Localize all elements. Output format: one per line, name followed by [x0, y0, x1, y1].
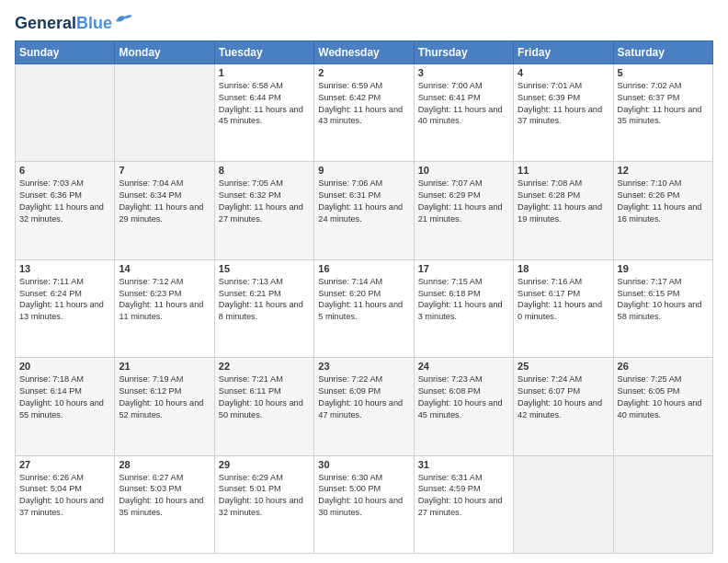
day-info: Sunrise: 6:29 AM Sunset: 5:01 PM Dayligh… [219, 472, 310, 520]
day-info: Sunrise: 7:14 AM Sunset: 6:20 PM Dayligh… [318, 276, 409, 324]
day-number: 21 [119, 361, 210, 372]
day-info: Sunrise: 7:02 AM Sunset: 6:37 PM Dayligh… [618, 80, 709, 128]
day-info: Sunrise: 6:30 AM Sunset: 5:00 PM Dayligh… [318, 472, 409, 520]
calendar-table: SundayMondayTuesdayWednesdayThursdayFrid… [15, 40, 713, 554]
page-header: GeneralBlue [15, 15, 713, 33]
calendar-cell: 15Sunrise: 7:13 AM Sunset: 6:21 PM Dayli… [214, 259, 313, 357]
day-info: Sunrise: 7:23 AM Sunset: 6:08 PM Dayligh… [418, 373, 509, 421]
calendar-day-header: Saturday [613, 40, 712, 63]
day-info: Sunrise: 6:31 AM Sunset: 4:59 PM Dayligh… [418, 472, 509, 520]
day-info: Sunrise: 7:05 AM Sunset: 6:32 PM Dayligh… [219, 178, 310, 225]
day-number: 7 [119, 165, 210, 176]
calendar-week-row: 1Sunrise: 6:58 AM Sunset: 6:44 PM Daylig… [16, 63, 713, 161]
day-number: 13 [19, 263, 110, 274]
calendar-cell: 31Sunrise: 6:31 AM Sunset: 4:59 PM Dayli… [414, 455, 513, 553]
day-info: Sunrise: 7:06 AM Sunset: 6:31 PM Dayligh… [318, 178, 409, 225]
calendar-cell: 7Sunrise: 7:04 AM Sunset: 6:34 PM Daylig… [115, 162, 214, 259]
day-number: 11 [518, 165, 609, 176]
calendar-cell: 26Sunrise: 7:25 AM Sunset: 6:05 PM Dayli… [613, 358, 712, 455]
day-info: Sunrise: 7:08 AM Sunset: 6:28 PM Dayligh… [518, 178, 609, 225]
day-info: Sunrise: 7:19 AM Sunset: 6:12 PM Dayligh… [119, 373, 210, 421]
day-number: 17 [418, 263, 509, 274]
calendar-cell: 12Sunrise: 7:10 AM Sunset: 6:26 PM Dayli… [613, 162, 712, 259]
day-info: Sunrise: 7:10 AM Sunset: 6:26 PM Dayligh… [618, 178, 709, 225]
calendar-cell: 24Sunrise: 7:23 AM Sunset: 6:08 PM Dayli… [414, 358, 513, 455]
day-number: 31 [418, 459, 509, 470]
calendar-day-header: Thursday [414, 40, 513, 63]
calendar-cell: 16Sunrise: 7:14 AM Sunset: 6:20 PM Dayli… [314, 259, 414, 357]
calendar-cell [115, 63, 214, 161]
day-info: Sunrise: 7:16 AM Sunset: 6:17 PM Dayligh… [518, 276, 609, 324]
calendar-cell: 17Sunrise: 7:15 AM Sunset: 6:18 PM Dayli… [414, 259, 513, 357]
day-info: Sunrise: 7:24 AM Sunset: 6:07 PM Dayligh… [518, 373, 609, 421]
calendar-cell: 29Sunrise: 6:29 AM Sunset: 5:01 PM Dayli… [214, 455, 313, 553]
logo: GeneralBlue [15, 15, 134, 33]
calendar-cell: 1Sunrise: 6:58 AM Sunset: 6:44 PM Daylig… [214, 63, 313, 161]
day-number: 5 [618, 67, 709, 78]
day-number: 28 [119, 459, 210, 470]
day-number: 12 [618, 165, 709, 176]
calendar-cell: 5Sunrise: 7:02 AM Sunset: 6:37 PM Daylig… [613, 63, 712, 161]
day-info: Sunrise: 7:00 AM Sunset: 6:41 PM Dayligh… [418, 80, 509, 128]
day-info: Sunrise: 7:11 AM Sunset: 6:24 PM Dayligh… [19, 276, 110, 324]
day-number: 23 [318, 361, 409, 372]
day-info: Sunrise: 7:07 AM Sunset: 6:29 PM Dayligh… [418, 178, 509, 225]
day-number: 18 [518, 263, 609, 274]
day-number: 29 [219, 459, 310, 470]
day-info: Sunrise: 7:12 AM Sunset: 6:23 PM Dayligh… [119, 276, 210, 324]
day-info: Sunrise: 7:15 AM Sunset: 6:18 PM Dayligh… [418, 276, 509, 324]
day-info: Sunrise: 7:22 AM Sunset: 6:09 PM Dayligh… [318, 373, 409, 421]
day-number: 9 [318, 165, 409, 176]
day-info: Sunrise: 7:21 AM Sunset: 6:11 PM Dayligh… [219, 373, 310, 421]
day-info: Sunrise: 7:18 AM Sunset: 6:14 PM Dayligh… [19, 373, 110, 421]
calendar-cell: 4Sunrise: 7:01 AM Sunset: 6:39 PM Daylig… [514, 63, 613, 161]
day-number: 19 [618, 263, 709, 274]
day-number: 15 [219, 263, 310, 274]
calendar-cell: 11Sunrise: 7:08 AM Sunset: 6:28 PM Dayli… [514, 162, 613, 259]
day-info: Sunrise: 7:17 AM Sunset: 6:15 PM Dayligh… [618, 276, 709, 324]
calendar-cell: 6Sunrise: 7:03 AM Sunset: 6:36 PM Daylig… [16, 162, 115, 259]
day-number: 6 [19, 165, 110, 176]
calendar-cell: 8Sunrise: 7:05 AM Sunset: 6:32 PM Daylig… [214, 162, 313, 259]
day-number: 2 [318, 67, 409, 78]
calendar-cell: 10Sunrise: 7:07 AM Sunset: 6:29 PM Dayli… [414, 162, 513, 259]
calendar-cell: 14Sunrise: 7:12 AM Sunset: 6:23 PM Dayli… [115, 259, 214, 357]
calendar-cell: 21Sunrise: 7:19 AM Sunset: 6:12 PM Dayli… [115, 358, 214, 455]
calendar-cell: 20Sunrise: 7:18 AM Sunset: 6:14 PM Dayli… [16, 358, 115, 455]
day-number: 20 [19, 361, 110, 372]
calendar-header-row: SundayMondayTuesdayWednesdayThursdayFrid… [16, 40, 713, 63]
calendar-cell: 27Sunrise: 6:26 AM Sunset: 5:04 PM Dayli… [16, 455, 115, 553]
day-info: Sunrise: 7:01 AM Sunset: 6:39 PM Dayligh… [518, 80, 609, 128]
calendar-day-header: Wednesday [314, 40, 414, 63]
calendar-cell: 22Sunrise: 7:21 AM Sunset: 6:11 PM Dayli… [214, 358, 313, 455]
day-number: 24 [418, 361, 509, 372]
calendar-day-header: Tuesday [214, 40, 313, 63]
calendar-cell: 28Sunrise: 6:27 AM Sunset: 5:03 PM Dayli… [115, 455, 214, 553]
day-number: 16 [318, 263, 409, 274]
day-number: 25 [518, 361, 609, 372]
calendar-week-row: 13Sunrise: 7:11 AM Sunset: 6:24 PM Dayli… [16, 259, 713, 357]
day-info: Sunrise: 7:04 AM Sunset: 6:34 PM Dayligh… [119, 178, 210, 225]
calendar-week-row: 20Sunrise: 7:18 AM Sunset: 6:14 PM Dayli… [16, 358, 713, 455]
calendar-day-header: Sunday [16, 40, 115, 63]
day-info: Sunrise: 7:03 AM Sunset: 6:36 PM Dayligh… [19, 178, 110, 225]
calendar-cell [514, 455, 613, 553]
day-info: Sunrise: 6:58 AM Sunset: 6:44 PM Dayligh… [219, 80, 310, 128]
calendar-cell: 19Sunrise: 7:17 AM Sunset: 6:15 PM Dayli… [613, 259, 712, 357]
day-number: 4 [518, 67, 609, 78]
day-info: Sunrise: 6:59 AM Sunset: 6:42 PM Dayligh… [318, 80, 409, 128]
calendar-cell: 18Sunrise: 7:16 AM Sunset: 6:17 PM Dayli… [514, 259, 613, 357]
day-number: 30 [318, 459, 409, 470]
calendar-cell: 30Sunrise: 6:30 AM Sunset: 5:00 PM Dayli… [314, 455, 414, 553]
logo-text: GeneralBlue [15, 15, 112, 33]
day-number: 8 [219, 165, 310, 176]
calendar-cell: 13Sunrise: 7:11 AM Sunset: 6:24 PM Dayli… [16, 259, 115, 357]
day-info: Sunrise: 7:13 AM Sunset: 6:21 PM Dayligh… [219, 276, 310, 324]
calendar-cell: 23Sunrise: 7:22 AM Sunset: 6:09 PM Dayli… [314, 358, 414, 455]
calendar-day-header: Monday [115, 40, 214, 63]
day-number: 3 [418, 67, 509, 78]
day-number: 10 [418, 165, 509, 176]
calendar-week-row: 27Sunrise: 6:26 AM Sunset: 5:04 PM Dayli… [16, 455, 713, 553]
calendar-cell: 2Sunrise: 6:59 AM Sunset: 6:42 PM Daylig… [314, 63, 414, 161]
calendar-cell: 3Sunrise: 7:00 AM Sunset: 6:41 PM Daylig… [414, 63, 513, 161]
